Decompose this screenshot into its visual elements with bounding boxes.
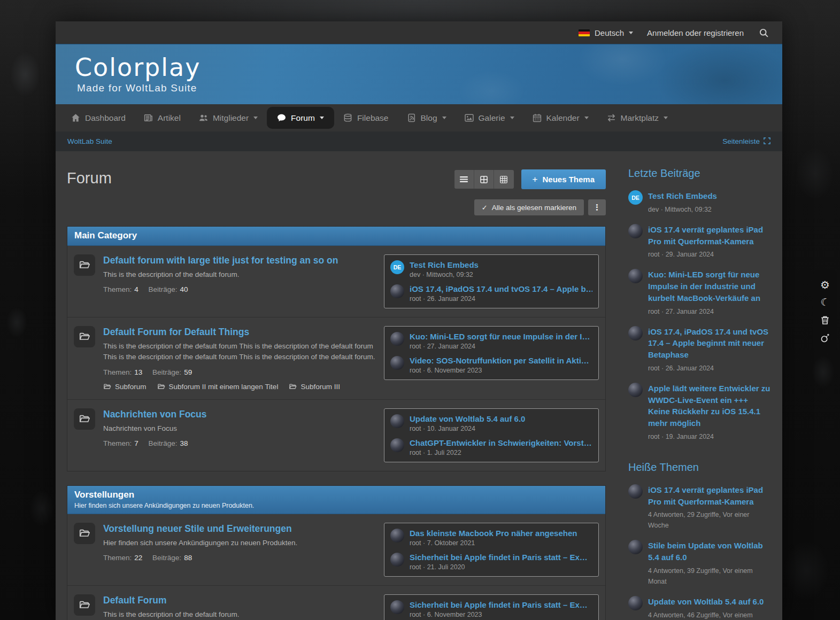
latest-post-link[interactable]: Kuo: Mini-LED sorgt für neue Impulse in … <box>410 332 590 341</box>
nav-item-filebase[interactable]: Filebase <box>334 104 398 131</box>
main-column: Forum + Neues Thema <box>67 151 606 609</box>
hot-topic-link[interactable]: iOS 17.4 verrät geplantes iPad Pro mit Q… <box>648 484 772 508</box>
settings-gear-icon[interactable]: ⚙ <box>813 276 837 293</box>
recent-post-link[interactable]: iOS 17.4 verrät geplantes iPad Pro mit Q… <box>648 224 772 247</box>
avatar[interactable] <box>390 529 404 542</box>
avatar[interactable] <box>390 600 404 614</box>
login-register-link[interactable]: Anmelden oder registrieren <box>647 28 744 37</box>
nav-item-galerie[interactable]: Galerie <box>456 104 523 131</box>
avatar[interactable] <box>628 484 643 499</box>
forum-title-link[interactable]: Default Forum for Default Things <box>103 327 249 338</box>
latest-posts-box: Update von Woltlab 5.4 auf 6.0 root · 10… <box>384 408 599 462</box>
avatar[interactable] <box>628 326 643 340</box>
nav-item-blog[interactable]: Blog <box>398 104 456 131</box>
avatar[interactable] <box>628 596 643 610</box>
avatar[interactable]: DE <box>390 260 404 274</box>
category-box: Main Category Default forum with large t… <box>67 226 606 471</box>
avatar[interactable] <box>390 284 404 298</box>
avatar[interactable] <box>628 540 643 554</box>
subforum-link[interactable]: Subforum <box>103 383 147 391</box>
nav-item-marktplatz[interactable]: Marktplatz <box>598 104 677 131</box>
forum-stats: Themen:13 Beiträge:59 <box>103 368 376 376</box>
posts-label: Beiträge: <box>149 439 178 447</box>
forum-title-link[interactable]: Default forum with large title just for … <box>103 255 338 266</box>
avatar[interactable] <box>390 553 404 567</box>
avatar[interactable] <box>390 414 404 428</box>
latest-post-link[interactable]: Update von Woltlab 5.4 auf 6.0 <box>410 414 525 423</box>
forum-row: Default forum with large title just for … <box>67 246 605 317</box>
forum-title-link[interactable]: Vorstellung neuer Stile und Erweiterunge… <box>103 523 292 534</box>
topics-label: Themen: <box>103 439 132 447</box>
latest-post-link[interactable]: Das kleinste Macbook Pro näher angesehen <box>410 529 577 538</box>
topics-label: Themen: <box>103 554 132 562</box>
list-view-button[interactable] <box>454 170 474 189</box>
sidebar-toggle[interactable]: Seitenleiste <box>722 137 770 146</box>
floating-action-panel: ⚙ ☾ <box>813 270 837 352</box>
compact-grid-view-button[interactable] <box>494 170 514 189</box>
posts-label: Beiträge: <box>152 554 181 562</box>
latest-post-link[interactable]: Video: SOS-Notruffunktion per Satellit i… <box>410 356 589 365</box>
avatar[interactable] <box>628 269 643 283</box>
subforum-link[interactable]: Subforum II mit einem langen Titel <box>157 383 279 391</box>
hot-topic-link[interactable]: Update von Woltlab 5.4 auf 6.0 <box>648 596 772 608</box>
subforum-label: Subforum II mit einem langen Titel <box>169 383 279 391</box>
latest-post-meta: dev · Mittwoch, 09:32 <box>410 271 479 278</box>
mark-all-read-button[interactable]: ✓ Alle als gelesen markieren <box>474 199 584 215</box>
avatar[interactable]: DE <box>628 190 643 205</box>
top-user-bar: Deutsch Anmelden oder registrieren <box>56 21 782 44</box>
recent-post-meta: root · 19. Januar 2024 <box>648 431 772 442</box>
forum-title-link[interactable]: Default Forum <box>103 595 167 606</box>
breadcrumb-root-link[interactable]: WoltLab Suite <box>67 137 112 145</box>
trash-icon[interactable] <box>813 311 837 329</box>
folder-open-icon <box>74 254 95 276</box>
avatar[interactable] <box>390 332 404 346</box>
latest-post-link[interactable]: iOS 17.4, iPadOS 17.4 und tvOS 17.4 – Ap… <box>410 284 592 293</box>
forum-description: This is the description of the default f… <box>103 269 376 280</box>
latest-post: iOS 17.4, iPadOS 17.4 und tvOS 17.4 – Ap… <box>390 284 592 303</box>
subforum-link[interactable]: Subforum III <box>289 383 340 391</box>
nav-label: Forum <box>291 113 315 123</box>
recent-post-link[interactable]: iOS 17.4, iPadOS 17.4 und tvOS 17.4 – Ap… <box>648 326 772 361</box>
main-nav: Dashboard Artikel Mitglieder Forum Fileb… <box>56 104 782 131</box>
forum-row: Vorstellung neuer Stile und Erweiterunge… <box>67 514 605 585</box>
database-icon <box>343 113 352 122</box>
category-subtitle: Hier finden sich unsere Ankündigungen zu… <box>74 502 598 509</box>
chevron-down-icon <box>664 117 668 119</box>
avatar[interactable] <box>390 438 404 452</box>
hot-topic-link[interactable]: Stile beim Update von Woltlab 5.4 auf 6.… <box>648 540 772 563</box>
nav-item-kalender[interactable]: Kalender <box>523 104 598 131</box>
latest-post-link[interactable]: Test Rich Embeds <box>410 260 479 269</box>
users-icon <box>199 113 208 122</box>
recent-post-link[interactable]: Apple lädt weitere Entwickler zu WWDC-Li… <box>648 383 772 429</box>
bomb-icon[interactable] <box>813 329 837 346</box>
avatar[interactable] <box>390 356 404 370</box>
hot-topic-meta: 4 Antworten, 39 Zugriffe, Vor einem Mona… <box>648 565 772 587</box>
nav-item-dashboard[interactable]: Dashboard <box>62 104 135 131</box>
recent-post-link[interactable]: Test Rich Embeds <box>648 190 717 202</box>
topics-label: Themen: <box>103 285 132 293</box>
posts-count: 59 <box>184 368 192 376</box>
search-icon[interactable] <box>758 27 769 38</box>
recent-post-link[interactable]: Kuo: Mini-LED sorgt für neue Impulse in … <box>648 269 772 304</box>
language-selector[interactable]: Deutsch <box>579 28 633 37</box>
hot-topic-item: Update von Woltlab 5.4 auf 6.0 4 Antwort… <box>628 596 772 620</box>
grid-view-button[interactable] <box>474 170 494 189</box>
nav-item-forum[interactable]: Forum <box>267 107 334 129</box>
forum-description: Hier finden sich unsere Ankündigungen zu… <box>103 538 376 548</box>
topics-count: 4 <box>134 285 138 293</box>
nav-item-mitglieder[interactable]: Mitglieder <box>190 104 267 131</box>
avatar[interactable] <box>628 383 643 397</box>
latest-posts-box: Kuo: Mini-LED sorgt für neue Impulse in … <box>384 326 599 380</box>
latest-post-link[interactable]: Sicherheit bei Apple findet in Paris sta… <box>410 553 588 562</box>
dark-mode-moon-icon[interactable]: ☾ <box>812 291 838 313</box>
avatar[interactable] <box>628 224 643 238</box>
new-topic-button[interactable]: + Neues Thema <box>521 169 606 189</box>
more-options-button[interactable]: ⋮ <box>588 199 606 215</box>
site-logo[interactable]: Colorplay <box>75 55 782 80</box>
chevron-down-icon <box>442 117 446 119</box>
latest-post-link[interactable]: Sicherheit bei Apple findet in Paris sta… <box>410 600 588 609</box>
blog-icon <box>407 113 416 122</box>
nav-item-artikel[interactable]: Artikel <box>135 104 190 131</box>
latest-post-link[interactable]: ChatGPT-Entwickler in Schwierigkeiten: V… <box>410 438 592 447</box>
forum-title-link[interactable]: Nachrichten von Focus <box>103 409 207 420</box>
